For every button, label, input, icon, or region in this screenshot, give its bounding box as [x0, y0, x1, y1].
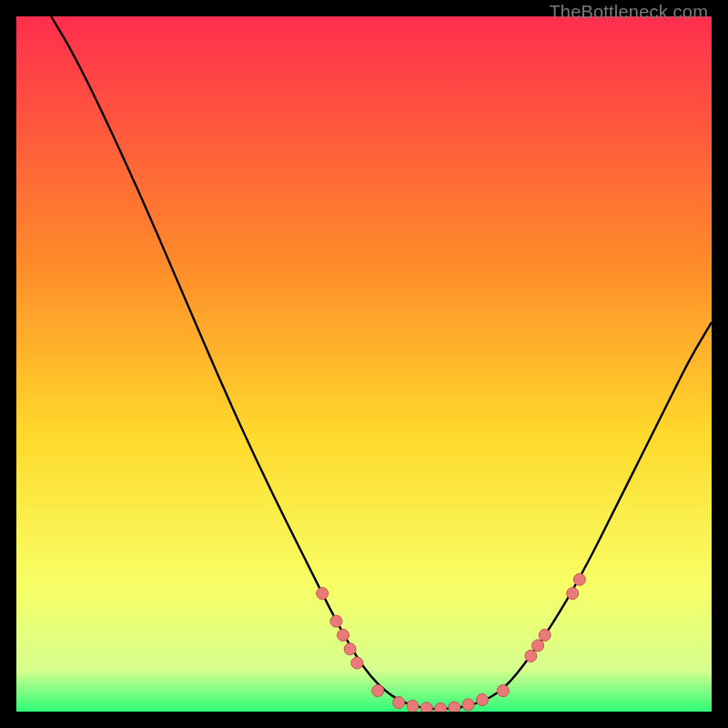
gradient-background [16, 16, 712, 712]
data-marker [532, 640, 544, 652]
data-marker [476, 694, 488, 706]
chart-svg [16, 16, 712, 712]
data-marker [344, 643, 356, 655]
data-marker [317, 588, 329, 600]
watermark-label: TheBottleneck.com [549, 2, 708, 23]
data-marker [539, 629, 551, 641]
data-marker [435, 703, 447, 712]
data-marker [567, 588, 579, 600]
data-marker [351, 657, 363, 669]
data-marker [420, 703, 432, 712]
data-marker [449, 702, 460, 712]
data-marker [330, 615, 342, 627]
chart-frame [16, 16, 712, 712]
data-marker [573, 573, 585, 585]
data-marker [497, 685, 509, 697]
data-marker [525, 650, 537, 662]
data-marker [372, 685, 384, 697]
data-marker [462, 699, 474, 711]
data-marker [393, 697, 405, 709]
data-marker [338, 629, 349, 641]
data-marker [407, 700, 419, 712]
